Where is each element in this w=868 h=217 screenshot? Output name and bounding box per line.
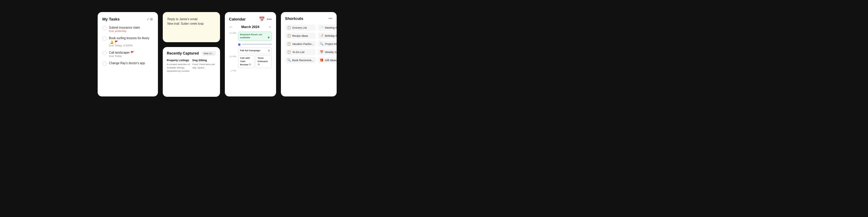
capture-item-desc: Food: Feed twice per day. Space.. bbox=[193, 63, 216, 69]
time-label-11am: 11 AM bbox=[229, 32, 236, 34]
my-tasks-card: My Tasks ✓⊕ Submit insurance claim Due y… bbox=[98, 12, 158, 96]
shortcut-item[interactable]: 📝 Birthday Party... bbox=[318, 33, 336, 39]
task-name: Change Ray's doctor's app bbox=[109, 61, 145, 65]
shortcut-label: Grocery List bbox=[292, 26, 307, 29]
shortcut-item[interactable]: 🎁 Gift Ideas bbox=[318, 57, 336, 63]
shortcut-icon: 📝 bbox=[320, 34, 323, 37]
task-text: Call landscaper🚩 Due Today bbox=[109, 51, 134, 58]
task-due: Due Today bbox=[109, 55, 134, 58]
next-month-button[interactable]: → bbox=[268, 24, 272, 29]
shortcut-label: Project Milestone bbox=[325, 42, 336, 45]
capture-title: Recently Captured bbox=[167, 51, 199, 56]
event-add-icon[interactable]: ⊕ bbox=[268, 36, 270, 39]
time-row-12pm: 12 PM Call with Yuki: Review ⧉ Team Onbo… bbox=[229, 55, 272, 68]
shortcut-icon: 📋 bbox=[287, 42, 291, 45]
event-team-onboard[interactable]: Team Onboard ⧉ bbox=[255, 55, 272, 68]
capture-header: Recently Captured Web Cl... bbox=[167, 51, 216, 56]
shortcut-item[interactable]: 📋 Vacation Packin... bbox=[285, 41, 316, 47]
event-call-yuki[interactable]: Call with Yuki: Review ⧉ bbox=[238, 55, 254, 68]
capture-item-desc: A curated selection of available listing… bbox=[167, 63, 190, 73]
shortcut-icon: 📄 bbox=[320, 26, 323, 29]
shortcuts-header: Shortcuts ••• bbox=[285, 16, 333, 21]
task-badge: 🔔 bbox=[110, 40, 114, 44]
shortcut-item[interactable]: 🔍 Project Milestone bbox=[318, 41, 336, 47]
shortcut-item[interactable]: 📋 Grocery List bbox=[285, 24, 316, 31]
shortcuts-more-icon[interactable]: ••• bbox=[329, 17, 333, 21]
shortcut-item[interactable]: 📋 To-Do List bbox=[285, 49, 316, 55]
shortcuts-title: Shortcuts bbox=[285, 16, 304, 21]
shortcut-item[interactable]: 🔍 Book Recomme... bbox=[285, 57, 316, 63]
task-item[interactable]: Change Ray's doctor's app bbox=[102, 61, 153, 66]
task-item[interactable]: Call landscaper🚩 Due Today bbox=[102, 51, 153, 58]
shortcuts-grid: 📋 Grocery List 📄 Meeting Agenda 📋 Recipe… bbox=[285, 24, 333, 63]
shortcut-label: Vacation Packin... bbox=[292, 42, 314, 45]
capture-item-title: Dog Sitting bbox=[193, 59, 216, 62]
time-row-fall: Fall Ad Campaign ⧉ bbox=[229, 48, 272, 54]
shortcut-item[interactable]: 📋 Recipe Ideas bbox=[285, 33, 316, 39]
shortcut-label: Birthday Party... bbox=[325, 34, 336, 37]
shortcut-icon: 🎁 bbox=[320, 59, 323, 62]
task-name: Submit insurance claim bbox=[109, 26, 140, 30]
event-fall-ad[interactable]: Fall Ad Campaign ⧉ bbox=[238, 48, 272, 54]
shortcut-icon: 📋 bbox=[287, 26, 291, 29]
task-circle[interactable] bbox=[102, 36, 107, 41]
tasks-title: My Tasks bbox=[102, 17, 120, 22]
middle-column: Reply to Jamie's emailNew trail: Sutter … bbox=[163, 12, 220, 97]
shortcut-label: Meeting Agenda bbox=[325, 26, 336, 29]
shortcut-label: Weekly Schedule bbox=[325, 51, 336, 54]
task-name: Book surfing lessons for Avery🔔🚩 bbox=[109, 36, 153, 44]
multi-events-12pm: Call with Yuki: Review ⧉ Team Onboard ⧉ bbox=[238, 55, 272, 68]
copy-icon-call[interactable]: ⧉ bbox=[249, 63, 251, 66]
shortcut-icon: 📅 bbox=[320, 50, 323, 54]
shortcut-label: Gift Ideas bbox=[325, 59, 336, 62]
time-label-12pm: 12 PM bbox=[229, 55, 236, 58]
calendar-header: Calendar 📅 ••• bbox=[229, 16, 272, 22]
task-badge: 🚩 bbox=[130, 51, 134, 55]
tasks-list: Submit insurance claim Due yesterday Boo… bbox=[102, 26, 153, 69]
task-text: Change Ray's doctor's app bbox=[109, 61, 145, 65]
calendar-card: Calendar 📅 ••• ← March 2024 → 11 AM Elep… bbox=[225, 12, 276, 96]
current-time-row bbox=[229, 43, 272, 46]
shortcut-label: Recipe Ideas bbox=[292, 34, 308, 37]
copy-icon[interactable]: ⧉ bbox=[268, 49, 270, 53]
calendar-body: 11 AM Elephant Room not available ⊕ Fall… bbox=[229, 32, 272, 92]
tasks-header: My Tasks ✓⊕ bbox=[102, 17, 153, 22]
web-clip-button[interactable]: Web Cl... bbox=[202, 51, 216, 56]
task-item[interactable]: Book surfing lessons for Avery🔔🚩 Due Tod… bbox=[102, 36, 153, 47]
task-item[interactable]: Submit insurance claim Due yesterday bbox=[102, 26, 153, 33]
task-due: Due Today, 5:00PM bbox=[109, 44, 153, 47]
note-line: New trail: Sutter creek loop bbox=[167, 22, 215, 26]
task-name: Call landscaper🚩 bbox=[109, 51, 134, 55]
calendar-title: Calendar bbox=[229, 17, 246, 22]
capture-item[interactable]: Dog Sitting Food: Feed twice per day. Sp… bbox=[193, 59, 216, 73]
capture-item[interactable]: Property Listings A curated selection of… bbox=[167, 59, 190, 73]
note-card: Reply to Jamie's emailNew trail: Sutter … bbox=[163, 12, 220, 42]
calendar-month: March 2024 bbox=[241, 25, 259, 29]
time-row-11am: 11 AM Elephant Room not available ⊕ bbox=[229, 32, 272, 41]
copy-icon-team[interactable]: ⧉ bbox=[258, 63, 259, 66]
current-time-dot bbox=[238, 43, 241, 46]
task-circle[interactable] bbox=[102, 61, 107, 66]
time-row-1pm: 1 PM bbox=[229, 69, 272, 72]
shortcut-label: To-Do List bbox=[292, 51, 305, 54]
note-line: Reply to Jamie's email bbox=[167, 17, 215, 22]
shortcut-label: Book Recomme... bbox=[292, 59, 314, 62]
calendar-add-icon[interactable]: 📅 bbox=[259, 16, 265, 22]
shortcut-item[interactable]: 📄 Meeting Agenda bbox=[318, 24, 336, 31]
task-circle[interactable] bbox=[102, 26, 107, 30]
calendar-nav: ← March 2024 → bbox=[229, 24, 272, 29]
time-label-1pm: 1 PM bbox=[229, 69, 236, 72]
shortcut-item[interactable]: 📅 Weekly Schedule bbox=[318, 49, 336, 55]
add-task-icon[interactable]: ✓⊕ bbox=[147, 17, 153, 22]
task-due: Due yesterday bbox=[109, 30, 140, 33]
shortcut-icon: 🔍 bbox=[287, 59, 291, 62]
event-elephant-room[interactable]: Elephant Room not available ⊕ bbox=[238, 32, 272, 41]
task-text: Book surfing lessons for Avery🔔🚩 Due Tod… bbox=[109, 36, 153, 47]
task-circle[interactable] bbox=[102, 51, 107, 55]
shortcut-icon: 🔍 bbox=[320, 42, 323, 45]
shortcut-icon: 📋 bbox=[287, 34, 291, 37]
calendar-more-icon[interactable]: ••• bbox=[267, 17, 272, 22]
prev-month-button[interactable]: ← bbox=[229, 24, 233, 29]
shortcut-icon: 📋 bbox=[287, 50, 291, 54]
capture-item-title: Property Listings bbox=[167, 59, 190, 62]
